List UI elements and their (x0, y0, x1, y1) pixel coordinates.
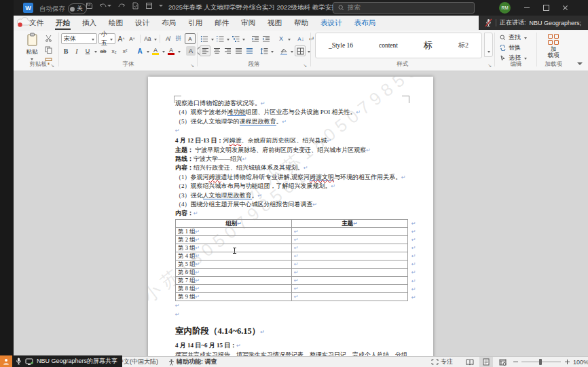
word-app-icon[interactable]: W (23, 3, 33, 13)
topic-cell[interactable]: ↵ (292, 260, 408, 268)
focus-mode-button[interactable]: 专注 (431, 357, 453, 367)
shading-dropdown-icon[interactable] (291, 51, 293, 54)
font-dialog-launcher[interactable]: ↘ (190, 63, 194, 68)
read-mode-button[interactable] (463, 357, 477, 367)
increase-indent-button[interactable] (261, 34, 271, 43)
save-button[interactable] (86, 2, 93, 9)
cut-button[interactable] (43, 33, 53, 43)
group-cell[interactable]: 第 8 组↵ (176, 284, 292, 292)
group-cell[interactable]: 第 4 组↵ (176, 252, 292, 260)
user-avatar[interactable]: RM (499, 2, 511, 14)
style-item-style16[interactable]: _Style 16 (329, 42, 353, 49)
tab-mailings[interactable]: 邮件 (208, 16, 235, 31)
group-cell[interactable]: 第 9 组↵ (176, 292, 292, 301)
tab-table-layout[interactable]: 表布局 (348, 16, 382, 31)
topic-cell[interactable]: ↵ (292, 292, 408, 301)
topic-cell[interactable]: ↵ (292, 276, 408, 284)
redo-button[interactable] (117, 2, 126, 9)
topic-cell[interactable]: ↵ (292, 227, 408, 235)
screen-share-icon[interactable] (25, 358, 33, 365)
tab-review[interactable]: 审阅 (235, 16, 261, 31)
character-border-button[interactable] (185, 33, 196, 44)
group-cell[interactable]: 第 1 组↵ (176, 227, 292, 235)
collapse-ribbon-icon[interactable] (577, 62, 583, 68)
maximize-button[interactable] (536, 0, 555, 16)
underline-button[interactable] (83, 46, 92, 56)
addins-button[interactable]: 加载项 (538, 34, 569, 58)
minimize-button[interactable] (517, 0, 536, 16)
strikethrough-button[interactable] (98, 46, 108, 56)
align-right-button[interactable] (223, 46, 232, 56)
italic-button[interactable] (72, 46, 81, 56)
microphone-icon[interactable] (16, 358, 22, 365)
text-effects-dropdown-icon[interactable] (147, 51, 149, 54)
group-cell[interactable]: 第 7 组↵ (176, 276, 292, 284)
autosave-toggle[interactable]: 自动保存 关 (39, 3, 87, 14)
zoom-in-button[interactable] (565, 357, 570, 367)
replace-button[interactable]: 替换 (500, 43, 527, 52)
search-box[interactable]: 搜索 (333, 2, 475, 14)
justify-button[interactable] (234, 46, 243, 56)
copy-button[interactable] (43, 45, 53, 54)
numbering-dropdown-icon[interactable] (227, 39, 229, 42)
group-cell[interactable]: 第 3 组↵ (176, 244, 292, 252)
group-cell[interactable]: 第 6 组↵ (176, 268, 292, 276)
change-case-dropdown-icon[interactable] (154, 39, 157, 42)
paste-button[interactable]: 粘贴 (23, 33, 41, 63)
sort-button[interactable] (296, 34, 306, 43)
find-button[interactable]: 查找 (500, 33, 527, 42)
clear-formatting-button[interactable] (163, 34, 172, 43)
tab-insert[interactable]: 插入 (76, 16, 103, 31)
style-item-heading[interactable]: 标 (424, 39, 433, 52)
shading-button[interactable] (279, 46, 289, 56)
groups-table[interactable]: 组别↵ 主题↵ 第 1 组↵↵ 第 2 组↵↵ 第 3 组↵↵ 第 4 组↵↵ … (175, 219, 408, 301)
group-cell[interactable]: 第 2 组↵ (176, 235, 292, 244)
numbering-button[interactable] (215, 34, 225, 43)
styles-dialog-launcher[interactable]: ↘ (488, 63, 492, 68)
document-page[interactable]: 小小苏18050798561 小小苏18050798561 观察港口博物馆的游客… (148, 77, 433, 356)
tab-view[interactable]: 视图 (261, 16, 288, 31)
underline-dropdown-icon[interactable] (94, 51, 97, 54)
tab-design[interactable]: 设计 (129, 16, 155, 31)
font-size-select[interactable]: 小五 (98, 33, 115, 44)
tab-references[interactable]: 引用 (182, 16, 208, 31)
header-cell[interactable]: 组别↵ (176, 219, 292, 227)
highlight-dropdown-icon[interactable] (162, 51, 165, 54)
clipboard-dialog-launcher[interactable]: ↘ (50, 63, 54, 68)
topic-cell[interactable]: ↵ (292, 268, 408, 276)
bullets-dropdown-icon[interactable] (211, 39, 214, 42)
line-spacing-dropdown-icon[interactable] (271, 51, 274, 54)
align-center-button[interactable] (212, 46, 221, 56)
font-color-button[interactable] (166, 46, 176, 56)
shrink-font-button[interactable] (128, 34, 137, 43)
distribute-button[interactable] (244, 46, 254, 56)
tab-home[interactable]: 开始 (50, 16, 76, 31)
header-cell[interactable]: 主题↵ (292, 219, 408, 227)
accessibility-status[interactable]: 辅助功能: 调查 (168, 357, 217, 367)
undo-dropdown-icon[interactable] (107, 5, 111, 9)
text-effects-button[interactable] (135, 46, 145, 56)
group-cell[interactable]: 第 5 组↵ (176, 260, 292, 268)
topic-cell[interactable]: ↵ (292, 244, 408, 252)
character-shading-button[interactable] (186, 46, 196, 56)
participants-button[interactable] (0, 355, 12, 367)
zoom-level[interactable]: 100% (573, 357, 588, 367)
style-item-heading2[interactable]: 标2 (458, 41, 468, 50)
highlight-color-button[interactable] (151, 46, 160, 56)
asian-layout-dropdown-icon[interactable] (288, 39, 291, 42)
zoom-slider-thumb[interactable] (539, 359, 542, 365)
font-color-dropdown-icon[interactable] (178, 51, 181, 54)
zoom-out-button[interactable] (513, 357, 518, 367)
autosave-switch[interactable]: 关 (68, 3, 87, 14)
topic-cell[interactable]: ↵ (292, 284, 408, 292)
superscript-button[interactable] (120, 46, 130, 56)
save-as-button[interactable] (145, 2, 153, 9)
zoom-slider[interactable] (521, 357, 561, 367)
phonetic-guide-button[interactable] (174, 34, 183, 43)
topic-cell[interactable]: ↵ (292, 235, 408, 244)
paragraph-dialog-launcher[interactable]: ↘ (303, 63, 307, 68)
decrease-indent-button[interactable] (251, 34, 260, 43)
close-button[interactable] (555, 0, 574, 16)
font-name-select[interactable]: 宋体 (61, 33, 97, 44)
document-title[interactable]: 2025年春季 人文地理学野外综合实习 2022级地科 教学安排(含分组) (2… (168, 3, 335, 12)
